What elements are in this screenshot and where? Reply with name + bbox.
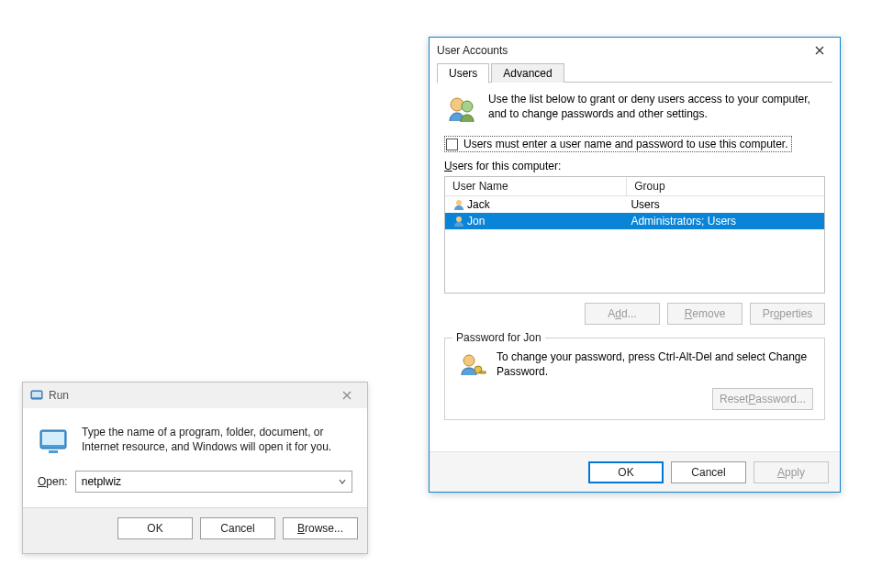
ua-password-legend: Password for Jon bbox=[452, 331, 545, 344]
reset-password-button[interactable]: Reset Password... bbox=[712, 388, 813, 410]
ua-title: User Accounts bbox=[437, 44, 807, 57]
ua-tabs: Users Advanced bbox=[430, 63, 840, 83]
ua-info-row: Use the list below to grant or deny user… bbox=[444, 92, 825, 127]
ua-require-login-checkbox[interactable] bbox=[446, 139, 458, 150]
ua-require-login-row[interactable]: Users must enter a user name and passwor… bbox=[444, 136, 792, 152]
ua-list-buttons: Add... Remove Properties bbox=[444, 303, 825, 325]
svg-point-9 bbox=[463, 355, 474, 366]
close-icon[interactable] bbox=[334, 385, 360, 405]
remove-button[interactable]: Remove bbox=[667, 303, 742, 325]
ok-button[interactable]: OK bbox=[588, 461, 664, 483]
ua-require-login-label: Users must enter a user name and passwor… bbox=[463, 138, 788, 150]
run-footer: OK Cancel Browse... bbox=[23, 507, 367, 548]
properties-button[interactable]: Properties bbox=[750, 303, 825, 325]
run-open-row: Open: netplwiz bbox=[23, 471, 367, 507]
cancel-button[interactable]: Cancel bbox=[671, 461, 746, 483]
user-icon bbox=[452, 215, 465, 227]
run-small-icon bbox=[30, 389, 43, 402]
run-title: Run bbox=[49, 389, 334, 402]
tab-users[interactable]: Users bbox=[437, 63, 489, 83]
ua-footer: OK Cancel Apply bbox=[430, 451, 840, 492]
apply-button[interactable]: Apply bbox=[754, 461, 829, 483]
run-large-icon bbox=[38, 425, 71, 458]
run-browse-button[interactable]: Browse... bbox=[283, 517, 358, 539]
tab-advanced[interactable]: Advanced bbox=[491, 63, 564, 83]
run-open-combobox[interactable]: netplwiz bbox=[75, 471, 352, 493]
run-open-value: netplwiz bbox=[82, 475, 121, 488]
ua-user-list[interactable]: User Name Group Jack Users Jon Administr… bbox=[444, 176, 825, 294]
run-body: Type the name of a program, folder, docu… bbox=[23, 408, 367, 471]
svg-point-7 bbox=[456, 200, 462, 205]
svg-point-8 bbox=[456, 216, 462, 222]
svg-rect-1 bbox=[32, 392, 41, 397]
run-cancel-button[interactable]: Cancel bbox=[200, 517, 275, 539]
users-icon bbox=[444, 92, 479, 127]
svg-rect-4 bbox=[49, 450, 58, 453]
add-button[interactable]: Add... bbox=[585, 303, 660, 325]
svg-rect-3 bbox=[42, 432, 64, 445]
ua-info-text: Use the list below to grant or deny user… bbox=[488, 92, 825, 127]
close-icon[interactable] bbox=[807, 40, 832, 61]
svg-point-6 bbox=[462, 101, 473, 112]
key-user-icon bbox=[456, 349, 487, 381]
ua-password-text: To change your password, press Ctrl-Alt-… bbox=[497, 349, 813, 381]
run-dialog: Run Type the name of a program, folder, … bbox=[22, 382, 368, 554]
run-title-bar[interactable]: Run bbox=[23, 383, 367, 408]
run-ok-button[interactable]: OK bbox=[117, 517, 193, 539]
ua-content: Use the list below to grant or deny user… bbox=[430, 83, 840, 451]
ua-password-group: Password for Jon To change your password… bbox=[444, 338, 825, 420]
ua-users-for-label: Users for this computer: bbox=[444, 160, 825, 172]
table-row[interactable]: Jon Administrators; Users bbox=[445, 213, 824, 229]
col-header-username[interactable]: User Name bbox=[445, 177, 627, 195]
user-accounts-window: User Accounts Users Advanced Use the lis… bbox=[429, 37, 841, 493]
ua-list-header[interactable]: User Name Group bbox=[445, 177, 824, 196]
run-open-label: Open: bbox=[38, 475, 68, 488]
chevron-down-icon[interactable] bbox=[337, 476, 348, 487]
col-header-group[interactable]: Group bbox=[627, 177, 824, 195]
ua-title-bar[interactable]: User Accounts bbox=[430, 38, 840, 63]
run-description: Type the name of a program, folder, docu… bbox=[82, 425, 352, 458]
svg-rect-11 bbox=[480, 372, 486, 373]
user-icon bbox=[452, 198, 465, 211]
table-row[interactable]: Jack Users bbox=[445, 196, 824, 213]
